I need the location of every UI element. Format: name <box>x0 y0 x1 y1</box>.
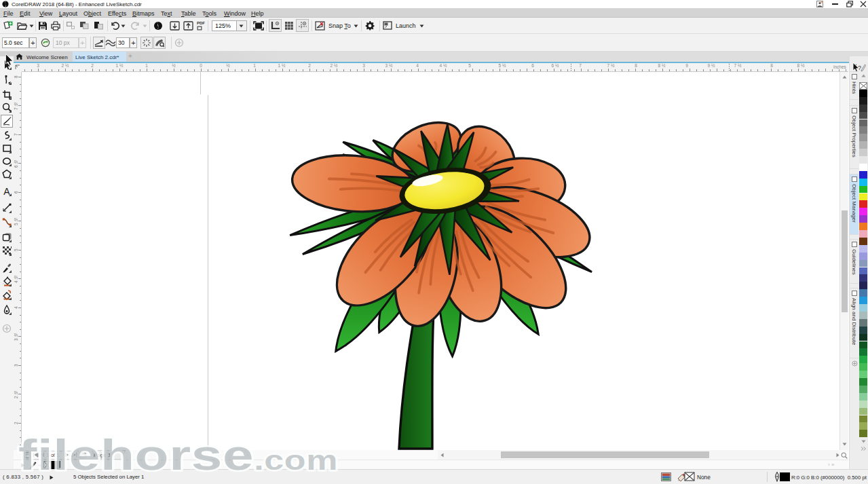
svg-text:filehorse.com: filehorse.com <box>18 431 338 479</box>
